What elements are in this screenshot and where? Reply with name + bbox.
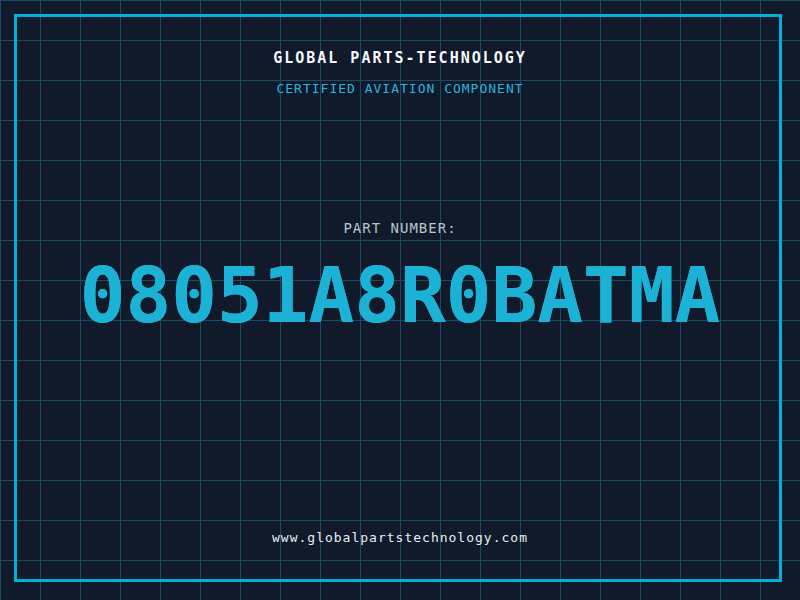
- company-title: GLOBAL PARTS-TECHNOLOGY: [0, 49, 800, 67]
- part-number-value: 08051A8R0BATMA: [0, 254, 800, 338]
- website-url: www.globalpartstechnology.com: [0, 530, 800, 545]
- blueprint-certificate-page: GLOBAL PARTS-TECHNOLOGY CERTIFIED AVIATI…: [0, 0, 800, 600]
- certification-subtitle: CERTIFIED AVIATION COMPONENT: [0, 81, 800, 96]
- part-number-label: PART NUMBER:: [0, 220, 800, 236]
